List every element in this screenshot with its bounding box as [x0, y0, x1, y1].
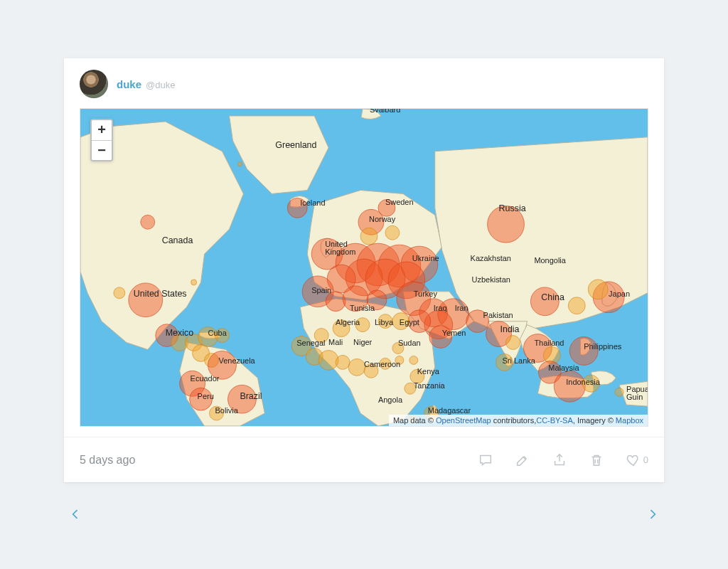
map-label: Japan [609, 289, 630, 298]
map-label: Bolivia [215, 406, 239, 415]
map-label: Ukraine [412, 254, 439, 262]
map-label: Peru [198, 392, 214, 400]
map-label: Iran [455, 304, 469, 312]
map-label: Brazil [240, 391, 262, 401]
edit-icon [515, 452, 530, 468]
attr-prefix: Map data © [393, 416, 436, 425]
map-label: Uzbekistan [472, 275, 510, 284]
attr-mid: contributors, [491, 416, 537, 425]
post-card: duke @duke [64, 58, 664, 482]
map-label: Turkey [414, 289, 438, 298]
map-label: Svalbard [370, 109, 400, 114]
map-bubble [615, 388, 623, 396]
map-label: Greenland [275, 140, 316, 150]
map-svg: SvalbardGreenlandIcelandSwedenNorwayRuss… [80, 109, 648, 426]
chevron-right-icon [646, 507, 660, 521]
comment-button[interactable] [478, 452, 493, 468]
map-bubble [114, 287, 125, 299]
post-timestamp: 5 days ago [80, 454, 135, 467]
map-label: Mexico [166, 328, 194, 338]
map-bubble [141, 215, 155, 229]
map-label: Philippines [584, 342, 622, 351]
map-bubble [385, 225, 400, 240]
map-label: Cameroon [364, 360, 400, 368]
map-label: Cuba [208, 329, 228, 337]
chevron-left-icon [68, 507, 82, 521]
map-label: Russia [499, 203, 526, 213]
pagination [64, 498, 664, 532]
zoom-out-button[interactable]: − [92, 140, 112, 160]
delete-button[interactable] [589, 452, 604, 468]
map-label: Tunisia [350, 304, 375, 312]
map-label: Mali [328, 338, 343, 346]
post-footer: 5 days ago 0 [64, 437, 664, 482]
map-label: Egypt [400, 318, 419, 326]
map-bubble [410, 356, 418, 364]
like-button[interactable]: 0 [626, 452, 648, 468]
map-label: Sweden [385, 198, 414, 206]
next-button[interactable] [646, 507, 660, 523]
map-label: Madagascar [428, 406, 471, 415]
map-label: United States [134, 289, 187, 299]
map-label: Malaysia [548, 363, 579, 372]
post-header: duke @duke [64, 58, 664, 102]
edit-button[interactable] [515, 452, 530, 468]
zoom-controls: + − [90, 119, 113, 161]
map-bubble [588, 280, 608, 299]
user-line: duke @duke [117, 78, 175, 90]
attr-mapbox-link[interactable]: Mapbox [616, 416, 643, 425]
map-bubble [568, 297, 585, 314]
map-label: Algeria [336, 318, 360, 326]
map-bubble [318, 350, 338, 370]
map-label: Sri Lanka [503, 356, 536, 365]
map-label: Kenya [417, 367, 440, 376]
post-actions: 0 [478, 452, 648, 468]
map-bubble [348, 358, 365, 376]
map-label: Senegal [296, 339, 325, 348]
like-count: 0 [643, 454, 648, 465]
map-attribution: Map data © OpenStreetMap contributors,CC… [389, 415, 648, 426]
map-label: Indonesia [566, 378, 600, 386]
map-label: Yemen [442, 329, 466, 337]
map-label: Libya [375, 318, 394, 326]
attr-suffix: , Imagery © [573, 416, 616, 425]
share-icon [552, 452, 567, 468]
map-label: Mongolia [534, 256, 566, 265]
map-label: Niger [353, 338, 373, 346]
world-map[interactable]: SvalbardGreenlandIcelandSwedenNorwayRuss… [80, 108, 648, 427]
attr-osm-link[interactable]: OpenStreetMap [436, 416, 491, 425]
map-label: Spain [311, 286, 331, 294]
comment-icon [478, 452, 493, 468]
zoom-in-button[interactable]: + [92, 120, 112, 140]
avatar[interactable] [80, 70, 108, 98]
map-bubble [237, 162, 242, 166]
map-label: Kingdom [325, 248, 355, 256]
heart-icon [626, 452, 641, 468]
map-label: Canada [162, 235, 193, 245]
map-bubble [326, 292, 346, 312]
map-label: Iraq [434, 304, 447, 312]
map-label: Tanzania [414, 381, 446, 390]
map-bubble [336, 355, 350, 369]
attr-cc-link[interactable]: CC-BY-SA [536, 416, 573, 425]
map-label: Norway [369, 215, 396, 223]
map-label: India [500, 324, 520, 334]
map-label: Iceland [300, 198, 325, 207]
user-display-name[interactable]: duke [117, 78, 141, 90]
map-label: Venezuela [219, 356, 256, 365]
map-bubble [360, 228, 378, 245]
map-label: Guin [626, 393, 643, 401]
share-button[interactable] [552, 452, 567, 468]
user-handle: @duke [146, 80, 175, 90]
map-label: China [541, 292, 564, 302]
map-label: Pakistan [483, 311, 513, 319]
prev-button[interactable] [68, 507, 82, 523]
map-label: Angola [378, 395, 403, 404]
map-label: Sudan [398, 339, 421, 348]
map-label: Kazakhstan [471, 254, 511, 262]
trash-icon [589, 452, 604, 468]
map-bubble [506, 336, 520, 350]
map-label: Thailand [534, 339, 564, 348]
map-label: Ecuador [191, 374, 220, 383]
map-bubble [191, 280, 197, 285]
